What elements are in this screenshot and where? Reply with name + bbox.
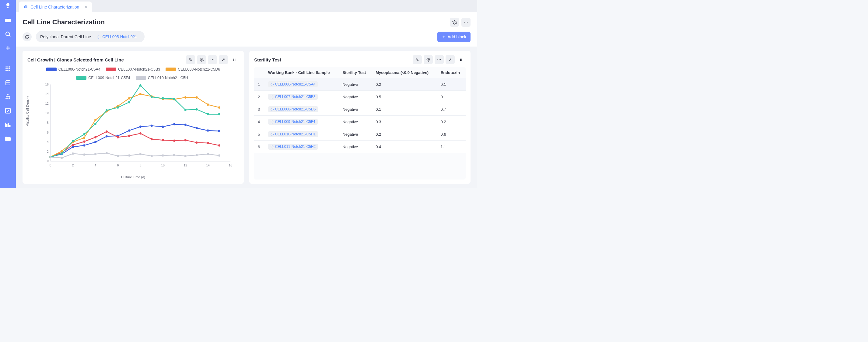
cell-chip[interactable]: ◌CELL011-Notch21-C5H2 [268, 144, 318, 150]
legend-item[interactable]: CELL007-Notch21-C5B3 [106, 67, 160, 71]
svg-point-12 [9, 70, 10, 71]
page: Cell Line Characterization ⋯ Polyclonal … [16, 12, 477, 188]
svg-point-121 [151, 155, 153, 157]
row-index: 1 [254, 78, 265, 91]
drag-handle-icon[interactable]: ⠿ [457, 55, 466, 64]
page-title: Cell Line Characterization [23, 18, 105, 26]
svg-point-88 [140, 93, 142, 95]
panel-more-button[interactable]: ⋯ [208, 55, 217, 64]
cell-sample: ◌CELL010-Notch21-C5H1 [265, 128, 339, 141]
legend-swatch [76, 76, 87, 80]
polyclonal-chip[interactable]: Polyclonal Parent Cell Line ◌ CELL005-No… [36, 31, 145, 42]
add-block-button[interactable]: ＋ Add block [437, 32, 470, 42]
svg-point-7 [5, 68, 7, 69]
drag-handle-icon[interactable]: ⠿ [230, 55, 239, 64]
svg-point-120 [140, 153, 142, 155]
tab-cell-line-characterization[interactable]: Cell Line Characterization ✕ [19, 2, 92, 12]
table-row[interactable]: 2 ◌CELL007-Notch21-C5B3 Negative 0.5 0.1 [254, 91, 466, 103]
svg-point-105 [151, 96, 153, 98]
table-row[interactable]: 1 ◌CELL006-Notch21-C5A4 Negative 0.2 0.1 [254, 78, 466, 91]
expand-button[interactable]: ⤢ [445, 55, 455, 64]
page-header: Cell Line Characterization ⋯ [23, 18, 470, 27]
cell-chip[interactable]: ◌CELL006-Notch21-C5A4 [268, 81, 318, 87]
panel-more-button[interactable]: ⋯ [435, 55, 444, 64]
briefcase-icon[interactable] [4, 17, 11, 24]
svg-text:14: 14 [45, 92, 49, 96]
legend-label: CELL007-Notch21-C5B3 [118, 67, 160, 71]
th-endotoxin: Endotoxin [437, 67, 466, 78]
table-row[interactable]: 3 ◌CELL008-Notch21-C5D6 Negative 0.1 0.7 [254, 103, 466, 116]
svg-point-95 [218, 106, 220, 108]
plus-icon[interactable] [4, 44, 11, 52]
th-sterility: Sterility Test [339, 67, 372, 78]
cell-label: CELL007-Notch21-C5B3 [275, 95, 316, 99]
legend-swatch [136, 76, 146, 80]
svg-point-0 [6, 32, 9, 36]
edit-button[interactable]: ✎ [186, 55, 195, 64]
svg-point-97 [61, 152, 63, 155]
cell-sample: ◌CELL007-Notch21-C5B3 [265, 91, 339, 103]
search-icon[interactable] [4, 30, 11, 38]
legend-item[interactable]: CELL010-Notch21-C5H1 [136, 76, 190, 80]
refresh-button[interactable] [23, 32, 32, 41]
svg-text:10: 10 [161, 164, 165, 167]
svg-point-101 [105, 109, 108, 112]
svg-point-52 [94, 141, 96, 143]
svg-point-111 [218, 113, 220, 116]
cell-endotoxin: 1.1 [437, 141, 466, 153]
cell-chip[interactable]: ◌CELL007-Notch21-C5B3 [268, 94, 318, 100]
chart-icon[interactable] [4, 121, 11, 128]
table-row[interactable]: 4 ◌CELL009-Notch21-C5F4 Negative 0.3 0.2 [254, 116, 466, 128]
cell-label: CELL011-Notch21-C5H2 [275, 145, 316, 149]
cell-chip[interactable]: ◌CELL008-Notch21-C5D6 [268, 106, 318, 112]
apps-grid-icon[interactable] [4, 65, 11, 72]
table-row[interactable]: 6 ◌CELL011-Notch21-C5H2 Negative 0.4 1.1 [254, 141, 466, 153]
panel-settings-button[interactable] [424, 55, 433, 64]
more-button[interactable]: ⋯ [461, 18, 470, 27]
svg-point-68 [94, 136, 96, 138]
svg-text:0: 0 [47, 159, 49, 163]
svg-text:2: 2 [72, 164, 74, 167]
svg-point-79 [218, 144, 220, 147]
cell-sterility: Negative [339, 91, 372, 103]
close-icon[interactable]: ✕ [84, 5, 88, 9]
cell-chip[interactable]: ◌CELL009-Notch21-C5F4 [268, 119, 318, 125]
svg-text:12: 12 [45, 102, 49, 105]
svg-point-57 [151, 124, 153, 127]
sterility-panel: Sterility Test ✎ ⋯ ⤢ ⠿ [249, 51, 470, 184]
svg-text:0: 0 [50, 164, 52, 167]
svg-rect-21 [8, 124, 9, 127]
page-actions: ⋯ [450, 18, 470, 27]
expand-button[interactable]: ⤢ [219, 55, 228, 64]
svg-point-123 [173, 154, 175, 156]
row-index: 5 [254, 128, 265, 141]
cell-chip[interactable]: ◌CELL010-Notch21-C5H1 [268, 131, 318, 137]
svg-point-17 [7, 98, 8, 99]
legend-item[interactable]: CELL006-Notch21-C5A4 [46, 67, 100, 71]
edit-button[interactable]: ✎ [413, 55, 422, 64]
nav-logo-icon[interactable] [4, 2, 11, 10]
settings-button[interactable] [450, 18, 459, 27]
sterility-table-wrap[interactable]: Working Bank - Cell Line Sample Sterilit… [254, 67, 466, 180]
svg-point-27 [201, 59, 202, 60]
svg-point-125 [196, 154, 198, 156]
hierarchy-icon[interactable] [4, 93, 11, 100]
content-row: Cell Growth | Clones Selected from Cell … [16, 46, 477, 188]
folder-icon[interactable] [4, 135, 11, 143]
svg-point-16 [5, 98, 7, 99]
legend-item[interactable]: CELL008-Notch21-C5D6 [165, 67, 220, 71]
panel-settings-button[interactable] [197, 55, 206, 64]
svg-rect-23 [24, 6, 25, 8]
svg-point-94 [207, 103, 209, 106]
database-icon[interactable] [4, 79, 11, 86]
cell-ref-chip[interactable]: ◌ CELL005-Notch021 [94, 33, 140, 40]
svg-point-4 [5, 66, 7, 67]
svg-point-102 [117, 106, 119, 108]
svg-point-106 [162, 97, 164, 99]
cell-label: CELL010-Notch21-C5H1 [275, 132, 316, 136]
svg-point-81 [61, 150, 63, 152]
table-row[interactable]: 5 ◌CELL010-Notch21-C5H1 Negative 0.2 0.6 [254, 128, 466, 141]
cell-mycoplasma: 0.5 [372, 91, 437, 103]
checklist-icon[interactable] [4, 107, 11, 115]
legend-item[interactable]: CELL009-Notch21-C5F4 [76, 76, 130, 80]
